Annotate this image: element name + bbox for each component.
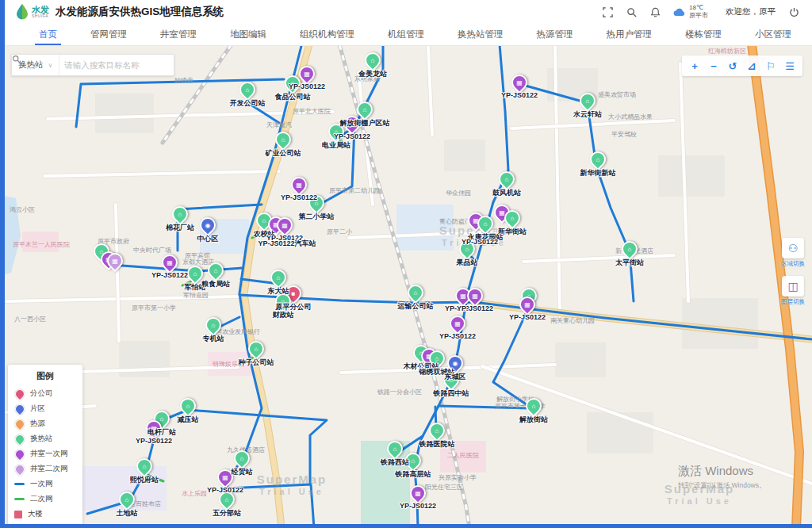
legend-item-4: 井室一次网 xyxy=(14,446,76,461)
well1-pin-glyph: ▦ xyxy=(293,178,305,191)
legend-item-label: 分公司 xyxy=(30,388,53,399)
supermap-watermark-line2: Trial Use xyxy=(665,496,735,507)
basemap-label: 兴原实验小学 xyxy=(439,473,477,482)
legend-item-label: 片区 xyxy=(30,404,45,414)
well1-pin-glyph: ▦ xyxy=(469,289,481,302)
area-switch-button-label: 区域切换 xyxy=(781,260,805,268)
station-pin-glyph: ⌂ xyxy=(220,493,233,506)
windows-watermark-line1: 激活 Windows xyxy=(678,464,766,479)
marker-label: 运输公司站 xyxy=(398,301,434,312)
supermap-watermark-line2: Trial Use xyxy=(257,487,327,497)
map-canvas[interactable]: 换热站 ∨ +−↺⊿⚐☰ ⚇区域切换◫图层切换 图例 分公司片区热源换热站井室一… xyxy=(0,45,812,524)
nav-tab-7[interactable]: 热源管理 xyxy=(520,24,590,45)
basemap-label: 妙峰寺 xyxy=(174,76,193,85)
basemap-label: 水上乐园 xyxy=(182,489,207,498)
zoom-out-button[interactable]: − xyxy=(706,58,722,74)
station-pin-glyph: ⌂ xyxy=(581,94,594,107)
marker-label: 熙悦府站 xyxy=(130,475,159,485)
nav-tab-1[interactable]: 管网管理 xyxy=(74,24,144,45)
layer-list-button[interactable]: ☰ xyxy=(782,58,798,74)
nav-tab-4[interactable]: 组织机构管理 xyxy=(283,24,371,45)
marker-label: 土地站 xyxy=(117,508,138,518)
marker-label: YP-JS0122 xyxy=(136,437,172,445)
station-pin-glyph: ⌂ xyxy=(272,271,285,284)
basemap-label: 华众佳园 xyxy=(446,189,471,197)
well1-pin-glyph: ▦ xyxy=(278,219,291,231)
marker-label: YP-JS0122 xyxy=(501,91,538,99)
legend-item-5: 井室二次网 xyxy=(14,461,76,476)
basemap-label: 鸿云小区 xyxy=(10,205,35,214)
marker-label: YP-JS0122 xyxy=(509,313,546,321)
basemap-label: 红海棉纺新区 xyxy=(708,47,746,55)
marker-label: YP-JS0122 xyxy=(334,132,370,140)
page-title: 水发能源盾安供热GIS地理信息系统 xyxy=(56,5,224,19)
station-pin-glyph: ⌂ xyxy=(500,173,513,186)
legend-pin-icon xyxy=(13,447,27,461)
logo-text: 水发 SHUIFA xyxy=(32,6,49,18)
search-icon[interactable] xyxy=(626,6,637,17)
nav-tab-6[interactable]: 换热站管理 xyxy=(441,24,520,45)
map-block xyxy=(587,412,653,453)
notification-bell-icon[interactable] xyxy=(649,6,661,17)
map-block xyxy=(658,155,725,197)
well1-pin-glyph: ▦ xyxy=(451,317,464,330)
basemap-label: 天津重汽 xyxy=(266,121,292,129)
nav-tab-3[interactable]: 地图编辑 xyxy=(213,24,283,45)
station-pin-glyph: ⌂ xyxy=(241,83,254,96)
layer-switch-button[interactable]: ◫图层切换 xyxy=(779,276,807,306)
station-pin-glyph: ⌂ xyxy=(592,153,604,166)
marker-label: 果品站 xyxy=(457,258,478,268)
windows-activation-watermark: 激活 Windows 转到“设置”以激活 Windows。 xyxy=(678,464,766,491)
basemap-label: 中央时代广场 xyxy=(133,246,171,254)
primary-network-line xyxy=(239,295,416,303)
nav-tab-2[interactable]: 井室管理 xyxy=(144,24,213,45)
well1-pin-glyph: ▦ xyxy=(513,76,526,89)
nav-tab-5[interactable]: 机组管理 xyxy=(371,24,441,45)
basemap-label: 原平市第一小学 xyxy=(132,304,176,312)
basemap-label: 八一西小区 xyxy=(14,315,46,323)
measure-button[interactable]: ⊿ xyxy=(744,58,760,74)
marker-label: YP-JS0122 xyxy=(462,238,498,246)
marker-label: 太平街站 xyxy=(615,258,644,268)
well1-pin-glyph: ▦ xyxy=(163,256,176,269)
marker-label: 粮食局站 xyxy=(201,279,230,289)
supermap-watermark-line1: SuperMap xyxy=(257,473,327,487)
nav-tab-10[interactable]: 小区管理 xyxy=(738,24,808,45)
street-road xyxy=(523,255,674,262)
street-road xyxy=(511,121,674,128)
marker-label: 第二小学站 xyxy=(299,212,335,222)
zoom-in-button[interactable]: + xyxy=(687,58,703,74)
weather-cloud-icon xyxy=(673,7,686,17)
logo-droplet-icon xyxy=(16,4,29,20)
marker-label: 铁路医院站 xyxy=(419,439,455,450)
legend-item-label: 二次网 xyxy=(30,494,53,504)
legend-item-1: 片区 xyxy=(14,401,76,416)
clear-button[interactable]: ⚐ xyxy=(763,58,779,74)
logout-power-icon[interactable] xyxy=(788,6,799,17)
marker-label: 铁路高层站 xyxy=(396,469,431,480)
nav-tab-9[interactable]: 楼栋管理 xyxy=(668,24,738,45)
area-switch-button[interactable]: ⚇区域切换 xyxy=(779,238,807,268)
weather-temp: 18℃ xyxy=(689,4,708,12)
legend-pin-icon xyxy=(13,462,27,476)
map-side-tools: ⚇区域切换◫图层切换 xyxy=(779,238,807,306)
nav-tab-8[interactable]: 热用户管理 xyxy=(590,24,669,45)
logo-en-text: SHUIFA xyxy=(32,14,49,18)
reset-view-button[interactable]: ↺ xyxy=(725,58,741,74)
fullscreen-icon[interactable] xyxy=(602,6,613,17)
station-pin-glyph: ⌂ xyxy=(277,133,289,146)
app-window: 水发 SHUIFA 水发能源盾安供热GIS地理信息系统 18℃ 原平市 xyxy=(0,0,812,528)
layers-icon: ◫ xyxy=(782,276,804,297)
basemap-label: 大小武精品水果 xyxy=(608,113,653,121)
station-pin-glyph: ⌂ xyxy=(409,286,422,299)
legend-items: 分公司片区热源换热站井室一次网井室二次网一次网二次网大楼 xyxy=(14,386,76,522)
weather-widget: 18℃ 原平市 xyxy=(673,4,708,20)
marker-label: 东城区 xyxy=(445,372,466,382)
nav-tab-0[interactable]: 首页 xyxy=(22,24,74,45)
map-search-input[interactable] xyxy=(59,60,155,70)
station-pin-glyph: ⌂ xyxy=(389,442,401,455)
station-pin-glyph: ⌂ xyxy=(207,319,220,331)
legend-item-2: 热源 xyxy=(14,416,76,431)
basemap-label: 原平木兰一人民医院 xyxy=(13,240,70,249)
primary-network-line xyxy=(596,166,634,301)
